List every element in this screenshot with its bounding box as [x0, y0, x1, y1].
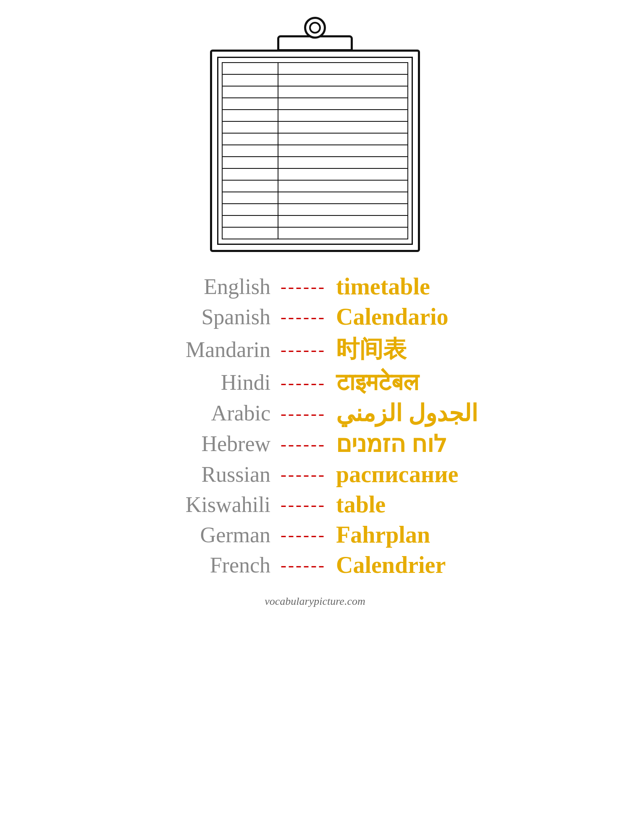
table-cell — [278, 133, 408, 145]
vocab-row: English------timetable — [126, 273, 504, 300]
table-cell — [222, 133, 278, 145]
clipboard-table — [222, 62, 408, 239]
table-cell — [222, 204, 278, 215]
vocab-row: French------Calendrier — [126, 551, 504, 578]
table-cell — [278, 215, 408, 227]
language-label: Russian — [128, 462, 270, 487]
translation-text: الجدول الزمني — [336, 399, 504, 427]
vocab-row: Russian------расписание — [126, 461, 504, 488]
clipboard-paper — [217, 57, 413, 245]
table-cell — [222, 86, 278, 98]
dashes-separator: ------ — [281, 555, 326, 575]
vocab-row: Mandarin------时间表 — [126, 333, 504, 365]
dashes-separator: ------ — [281, 403, 326, 423]
language-label: Hebrew — [128, 431, 270, 456]
translation-text: टाइमटेबल — [336, 369, 504, 396]
dashes-separator: ------ — [281, 525, 326, 545]
table-cell — [222, 168, 278, 180]
table-cell — [278, 86, 408, 98]
table-cell — [222, 157, 278, 168]
dashes-separator: ------ — [281, 373, 326, 393]
table-header-col1 — [222, 63, 278, 74]
table-row — [222, 133, 408, 145]
table-row — [222, 145, 408, 157]
table-cell — [222, 215, 278, 227]
table-cell — [278, 110, 408, 121]
table-cell — [278, 145, 408, 157]
table-cell — [222, 110, 278, 121]
translation-text: 时间表 — [336, 333, 504, 365]
vocab-row: Arabic------الجدول الزمني — [126, 399, 504, 427]
translation-text: Calendario — [336, 303, 504, 330]
language-label: Arabic — [128, 401, 270, 425]
table-cell — [278, 227, 408, 239]
vocab-row: German------Fahrplan — [126, 521, 504, 548]
dashes-separator: ------ — [281, 339, 326, 360]
language-label: Spanish — [128, 304, 270, 329]
vocab-row: Hindi------टाइमटेबल — [126, 369, 504, 396]
vocab-row: Spanish------Calendario — [126, 303, 504, 330]
table-cell — [278, 180, 408, 192]
table-cell — [278, 192, 408, 204]
table-cell — [222, 180, 278, 192]
translation-text: расписание — [336, 461, 504, 488]
dashes-separator: ------ — [281, 276, 326, 297]
translation-text: לוח הזמנים — [336, 430, 504, 457]
translation-text: Fahrplan — [336, 521, 504, 548]
language-label: Kiswahili — [128, 492, 270, 517]
table-row — [222, 227, 408, 239]
language-label: French — [128, 553, 270, 578]
clipboard-clip — [277, 17, 353, 51]
language-label: German — [128, 522, 270, 547]
table-row — [222, 192, 408, 204]
table-cell — [222, 121, 278, 133]
table-cell — [222, 98, 278, 110]
language-label: English — [128, 274, 270, 299]
table-row — [222, 121, 408, 133]
table-cell — [278, 168, 408, 180]
translation-text: table — [336, 491, 504, 518]
table-row — [222, 98, 408, 110]
vocab-list: English------timetableSpanish------Calen… — [126, 273, 504, 578]
dashes-separator: ------ — [281, 464, 326, 484]
language-label: Hindi — [128, 370, 270, 395]
table-row — [222, 215, 408, 227]
table-cell — [222, 227, 278, 239]
table-cell — [222, 192, 278, 204]
translation-text: Calendrier — [336, 551, 504, 578]
table-cell — [278, 121, 408, 133]
table-header-col2 — [278, 63, 408, 74]
table-row — [222, 180, 408, 192]
dashes-separator: ------ — [281, 434, 326, 454]
table-row — [222, 157, 408, 168]
table-row — [222, 110, 408, 121]
table-cell — [278, 204, 408, 215]
table-cell — [222, 74, 278, 86]
table-cell — [222, 145, 278, 157]
vocab-row: Hebrew------לוח הזמנים — [126, 430, 504, 457]
dashes-separator: ------ — [281, 494, 326, 514]
dashes-separator: ------ — [281, 307, 326, 327]
language-label: Mandarin — [128, 337, 270, 362]
table-row — [222, 204, 408, 215]
table-cell — [278, 98, 408, 110]
table-row — [222, 74, 408, 86]
table-cell — [278, 74, 408, 86]
clip-circle — [304, 17, 326, 39]
clipboard-board — [210, 50, 420, 252]
site-footer: vocabularypicture.com — [265, 595, 365, 608]
table-cell — [278, 157, 408, 168]
translation-text: timetable — [336, 273, 504, 300]
clipboard-illustration — [210, 17, 420, 252]
vocab-row: Kiswahili------table — [126, 491, 504, 518]
table-row — [222, 86, 408, 98]
table-row — [222, 168, 408, 180]
